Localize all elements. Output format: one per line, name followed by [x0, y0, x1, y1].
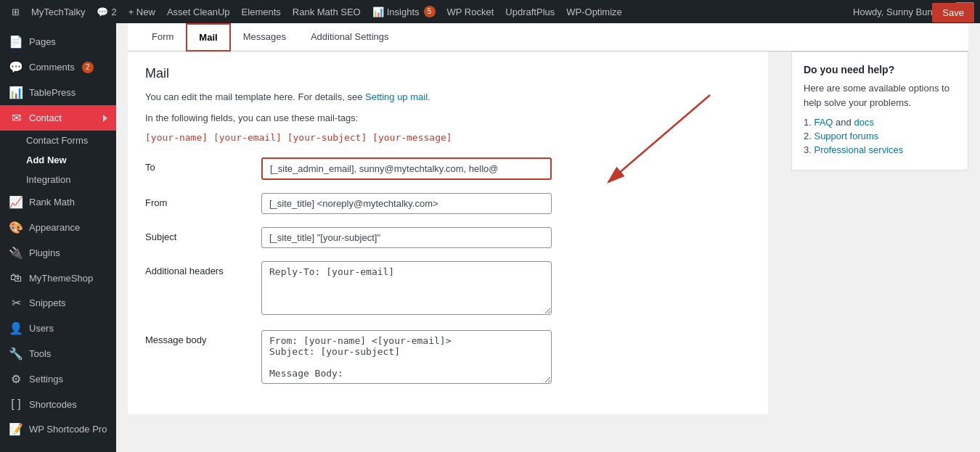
insights-link[interactable]: 📊 Insights 5	[367, 0, 441, 23]
help-item-3: 3. Professional services	[804, 144, 956, 155]
subject-label: Subject	[145, 227, 261, 242]
subject-field-row: Subject	[145, 227, 751, 248]
sidebar-label-settings: Settings	[29, 374, 63, 385]
contact-submenu: Contact Forms Add New Integration	[0, 131, 116, 189]
sidebar-item-comments[interactable]: 💬 Comments 2	[0, 54, 116, 80]
pages-icon: 📄	[9, 35, 23, 49]
users-icon: 👤	[9, 321, 23, 335]
plugins-icon: 🔌	[9, 246, 23, 260]
wp-logo[interactable]: ⊞	[6, 0, 25, 23]
new-button[interactable]: + New	[123, 0, 161, 23]
wp-rocket-link[interactable]: WP Rocket	[441, 0, 500, 23]
comments-icon: 💬	[9, 60, 23, 74]
sidebar-sub-integration[interactable]: Integration	[26, 170, 116, 189]
mail-tag-email: [your-email]	[213, 132, 282, 143]
elements-link[interactable]: Elements	[236, 0, 287, 23]
from-field-row: From	[145, 193, 751, 214]
sidebar-item-settings[interactable]: ⚙ Settings	[0, 366, 116, 392]
mail-title: Mail	[145, 66, 751, 81]
mail-tag-name: [your-name]	[145, 132, 208, 143]
mail-desc-line1: You can edit the mail template here. For…	[145, 90, 751, 105]
right-sidebar: Do you need help? Here are some availabl…	[780, 52, 968, 170]
tools-icon: 🔧	[9, 347, 23, 361]
sidebar-item-rank-math[interactable]: 📈 Rank Math	[0, 189, 116, 215]
settings-icon: ⚙	[9, 372, 23, 386]
tab-form[interactable]: Form	[139, 23, 186, 52]
sidebar-item-users[interactable]: 👤 Users	[0, 316, 116, 341]
tab-mail[interactable]: Mail	[186, 23, 230, 52]
sidebar-item-plugins[interactable]: 🔌 Plugins	[0, 240, 116, 266]
asset-cleanup-link[interactable]: Asset CleanUp	[161, 0, 236, 23]
additional-headers-row: Additional headers Reply-To: [your-email…	[145, 261, 751, 317]
sidebar-item-tablepress[interactable]: 📊 TablePress	[0, 80, 116, 105]
mail-content-area: Mail You can edit the mail template here…	[128, 52, 768, 414]
help-box: Do you need help? Here are some availabl…	[791, 52, 968, 170]
insights-label: Insights	[387, 7, 420, 17]
help-title: Do you need help?	[804, 64, 956, 75]
mail-desc-line2: In the following fields, you can use the…	[145, 111, 751, 126]
appearance-icon: 🎨	[9, 221, 23, 234]
wp-shortcode-pro-icon: 📝	[9, 422, 23, 436]
admin-bar: ⊞ MyTechTalky 💬 2 + New Asset CleanUp El…	[0, 0, 980, 23]
annotation-arrow	[565, 88, 724, 204]
sidebar-item-wp-shortcode-pro[interactable]: 📝 WP Shortcode Pro	[0, 416, 116, 442]
to-label: To	[145, 157, 261, 173]
tab-additional-settings[interactable]: Additional Settings	[298, 23, 401, 52]
mail-tags: [your-name] [your-email] [your-subject] …	[145, 132, 751, 143]
snippets-icon: ✂	[9, 296, 23, 310]
sidebar-label-contact: Contact	[29, 112, 62, 123]
contact-expand-arrow	[103, 115, 107, 122]
shortcodes-icon: [ ]	[9, 398, 23, 411]
tab-messages[interactable]: Messages	[231, 23, 298, 52]
rank-math-seo-link[interactable]: Rank Math SEO	[287, 0, 367, 23]
sidebar-item-contact[interactable]: ✉ Contact	[0, 105, 116, 131]
updraftplus-link[interactable]: UpdraftPlus	[499, 0, 560, 23]
comments-link[interactable]: 💬 2	[91, 0, 122, 23]
sidebar: 📄 Pages 💬 Comments 2 📊 TablePress ✉ Cont…	[0, 23, 116, 452]
additional-headers-textarea[interactable]: Reply-To: [your-email]	[261, 261, 552, 315]
help-description: Here are some available options to help …	[804, 81, 956, 110]
rank-math-icon: 📈	[9, 195, 23, 209]
help-list: 1. FAQ and docs 2. Support forums 3. Pro…	[804, 117, 956, 155]
to-input[interactable]	[263, 159, 550, 178]
sidebar-label-tools: Tools	[29, 348, 51, 359]
sidebar-item-pages[interactable]: 📄 Pages	[0, 29, 116, 54]
from-input[interactable]	[261, 193, 552, 214]
sidebar-label-rank-math: Rank Math	[29, 197, 75, 207]
sidebar-item-appearance[interactable]: 🎨 Appearance	[0, 215, 116, 240]
site-name[interactable]: MyTechTalky	[25, 0, 91, 23]
mail-tag-message: [your-message]	[372, 132, 452, 143]
sidebar-label-users: Users	[29, 323, 54, 334]
additional-headers-control: Reply-To: [your-email]	[261, 261, 552, 317]
sidebar-label-snippets: Snippets	[29, 297, 66, 308]
wp-optimize-link[interactable]: WP-Optimize	[560, 0, 628, 23]
docs-link[interactable]: docs	[854, 117, 873, 128]
help-item-1: 1. FAQ and docs	[804, 117, 956, 128]
professional-services-link[interactable]: Professional services	[814, 144, 903, 155]
sidebar-sub-contact-forms[interactable]: Contact Forms	[26, 131, 116, 150]
insights-chart-icon: 📊	[372, 7, 384, 17]
setting-up-mail-link[interactable]: Setting up mail	[365, 91, 428, 102]
message-body-textarea[interactable]: From: [your-name] <[your-email]> Subject…	[261, 330, 552, 384]
sidebar-label-appearance: Appearance	[29, 222, 80, 233]
from-control	[261, 193, 552, 214]
sidebar-label-mythemeshop: MyThemeShop	[29, 273, 93, 284]
support-forums-link[interactable]: Support forums	[814, 131, 878, 141]
sidebar-item-mythemeshop[interactable]: 🛍 MyThemeShop	[0, 266, 116, 290]
to-input-wrapper	[261, 157, 552, 180]
save-button[interactable]: Save	[932, 3, 974, 22]
sidebar-item-tools[interactable]: 🔧 Tools	[0, 341, 116, 366]
subject-input[interactable]	[261, 227, 552, 248]
to-field-row: To	[145, 157, 751, 180]
comments-sidebar-badge: 2	[82, 62, 94, 73]
faq-link[interactable]: FAQ	[814, 117, 833, 128]
sidebar-label-wp-shortcode-pro: WP Shortcode Pro	[29, 424, 107, 435]
sidebar-item-snippets[interactable]: ✂ Snippets	[0, 290, 116, 316]
sidebar-label-comments: Comments	[29, 62, 75, 73]
sidebar-label-tablepress: TablePress	[29, 87, 75, 98]
sidebar-item-shortcodes[interactable]: [ ] Shortcodes	[0, 392, 116, 416]
tab-bar: Form Mail Messages Additional Settings	[128, 23, 968, 52]
comment-count: 2	[111, 7, 116, 17]
sidebar-sub-add-new[interactable]: Add New	[26, 150, 116, 170]
to-input-highlight	[261, 157, 552, 180]
